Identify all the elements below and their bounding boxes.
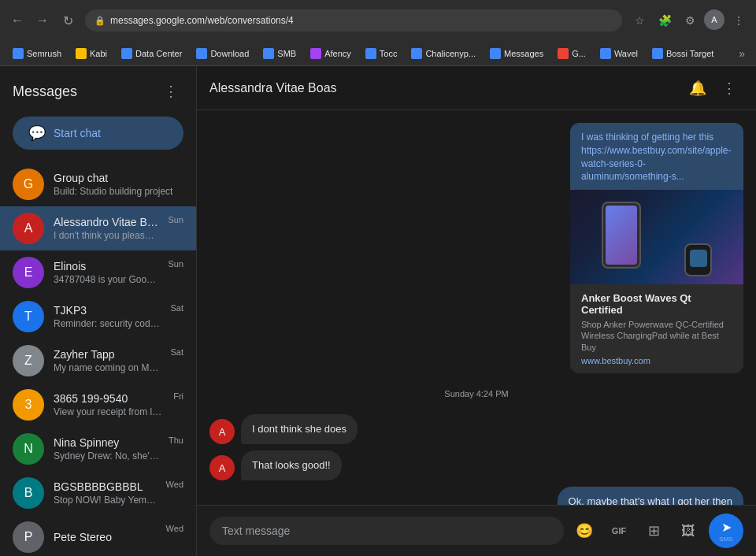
send-button[interactable]: ➤ SMS [709, 513, 743, 548]
bookmark-bossi-target[interactable]: Bossi Target [646, 46, 720, 61]
gif-button[interactable]: GIF [605, 517, 633, 545]
app-content: Messages ⋮ 💬 Start chat G Group chat Bui… [0, 66, 756, 556]
message-bubble-received-2: That looks good!! [241, 450, 342, 480]
conversation-info: 3865 199-9540 View your receipt from las… [54, 392, 164, 417]
bookmark-tocc[interactable]: Tocc [359, 46, 404, 61]
bookmark-favicon [121, 48, 132, 59]
conversation-preview: Stop NOW! Baby Yem Banana... [54, 495, 157, 506]
profile-avatar[interactable]: A [704, 9, 724, 30]
notification-button[interactable]: 🔔 [684, 74, 712, 102]
bookmark-messages[interactable]: Messages [484, 46, 550, 61]
conversation-list: G Group chat Build: Studio building proj… [0, 162, 196, 556]
bookmark-afency[interactable]: Afency [304, 46, 358, 61]
conversation-item-6[interactable]: 3 3865 199-9540 View your receipt from l… [0, 383, 196, 427]
bookmark-favicon [263, 48, 274, 59]
conversation-name: Pete Stereo [54, 531, 157, 543]
avatar: G [13, 169, 44, 200]
reload-button[interactable]: ↻ [57, 9, 79, 32]
chat-header: Alessandra Vitae Boas 🔔 ⋮ [197, 66, 756, 110]
message-row-received-1: A I dont think she does [209, 414, 743, 444]
bookmark-favicon [652, 48, 663, 59]
more-bookmarks-button[interactable]: » [734, 46, 750, 61]
bookmark-smb[interactable]: SMB [257, 46, 302, 61]
phone-shape [602, 202, 641, 269]
conversation-preview: I don't think you please s... [54, 230, 158, 241]
bookmark-star-button[interactable]: ☆ [628, 9, 650, 32]
chat-area: Alessandra Vitae Boas 🔔 ⋮ I was thinking… [197, 66, 756, 556]
forward-button[interactable]: → [32, 9, 54, 32]
chat-contact-name: Alessandra Vitae Boas [209, 81, 684, 95]
avatar: Z [13, 345, 44, 376]
avatar: 3 [13, 389, 44, 421]
conversation-info: Nina Spinney Sydney Drew: No, she's a sm… [54, 436, 159, 461]
rich-message-card: I was thinking of getting her this https… [570, 123, 743, 373]
conversation-name: BGSBBBBGBBBL [54, 480, 157, 493]
send-label: SMS [719, 536, 732, 543]
conversation-info: BGSBBBBGBBBL Stop NOW! Baby Yem Banana..… [54, 480, 157, 506]
bookmark-download[interactable]: Download [190, 46, 255, 61]
browser-actions: ☆ 🧩 ⚙ A ⋮ [628, 9, 750, 32]
conversation-preview: View your receipt from last liv... [54, 406, 164, 417]
bookmark-label: SMB [277, 49, 296, 58]
conversation-preview: Sydney Drew: No, she's a sm... [54, 450, 159, 461]
bookmark-favicon [600, 48, 611, 59]
bookmark-favicon [365, 48, 376, 59]
url-text: messages.google.com/web/conversations/4 [110, 15, 294, 26]
bookmarks-bar: Semrush Kabi Data Center Download SMB Af… [0, 41, 756, 66]
watch-shape [684, 243, 712, 276]
conversation-item-8[interactable]: B BGSBBBBGBBBL Stop NOW! Baby Yem Banana… [0, 471, 196, 515]
extension-button[interactable]: 🧩 [654, 9, 676, 32]
conversation-name: 3865 199-9540 [54, 392, 164, 405]
bookmark-label: Semrush [27, 49, 61, 58]
conversation-preview: Build: Studio building project [54, 186, 183, 197]
back-button[interactable]: ← [6, 9, 28, 32]
conversation-name: Group chat [54, 172, 183, 184]
conversation-item-1[interactable]: G Group chat Build: Studio building proj… [0, 162, 196, 206]
start-chat-button[interactable]: 💬 Start chat [13, 117, 183, 150]
conversation-name: Alessandro Vitae Boas [54, 216, 158, 228]
bookmark-chalicenyp[interactable]: Chalicenyp... [405, 46, 482, 61]
conversation-item-5[interactable]: Z Zayher Tapp My name coming on Monday S… [0, 339, 196, 383]
send-icon: ➤ [721, 520, 732, 535]
conversation-item-7[interactable]: N Nina Spinney Sydney Drew: No, she's a … [0, 427, 196, 471]
bookmark-label: Wavel [614, 49, 638, 58]
bookmark-favicon [310, 48, 321, 59]
rich-message-card-body: Anker Boost Waves Qt Certified Shop Anke… [570, 284, 743, 373]
bookmark-g[interactable]: G... [551, 46, 592, 61]
conversation-info: TJKP3 Reminder: security code is #1... [54, 304, 161, 329]
bookmark-favicon [13, 48, 24, 59]
conversation-name: Elinois [54, 260, 158, 272]
conversation-time: Fri [173, 391, 183, 401]
sidebar-menu-button[interactable]: ⋮ [158, 79, 183, 104]
date-divider: Sunday 4:24 PM [209, 386, 743, 402]
conversation-item-2[interactable]: A Alessandro Vitae Boas I don't think yo… [0, 206, 196, 250]
address-bar[interactable]: 🔒 messages.google.com/web/conversations/… [85, 9, 622, 32]
bookmark-favicon [196, 48, 207, 59]
settings-button[interactable]: ⚙ [679, 9, 701, 32]
bookmark-label: Download [210, 49, 249, 58]
bookmark-favicon [490, 48, 501, 59]
bookmark-datacenter[interactable]: Data Center [115, 46, 188, 61]
conversation-preview: My name coming on Monday [54, 362, 161, 373]
sticker-button[interactable]: ⊞ [639, 517, 668, 545]
bookmark-favicon [558, 48, 569, 59]
bookmark-semrush[interactable]: Semrush [6, 46, 68, 61]
emoji-button[interactable]: 😊 [570, 517, 598, 545]
message-input[interactable] [209, 517, 564, 545]
avatar: B [13, 477, 44, 509]
chat-more-button[interactable]: ⋮ [715, 74, 743, 102]
bookmark-wavel[interactable]: Wavel [594, 46, 644, 61]
conversation-item-9[interactable]: P Pete Stereo Wed [0, 515, 196, 556]
bookmark-kabi[interactable]: Kabi [69, 46, 113, 61]
conversation-name: Zayher Tapp [54, 348, 161, 361]
browser-menu-button[interactable]: ⋮ [728, 9, 750, 32]
image-button[interactable]: 🖼 [674, 517, 702, 545]
conversation-item-3[interactable]: E Elinois 34787048 is your Google ver...… [0, 250, 196, 295]
conversation-item-4[interactable]: T TJKP3 Reminder: security code is #1...… [0, 295, 196, 339]
chat-bubble-icon: 💬 [28, 124, 46, 142]
messages-container: I was thinking of getting her this https… [197, 110, 756, 505]
conversation-name: Nina Spinney [54, 436, 159, 449]
avatar: N [13, 433, 44, 465]
conversation-time: Wed [166, 524, 183, 533]
avatar: P [13, 521, 44, 553]
